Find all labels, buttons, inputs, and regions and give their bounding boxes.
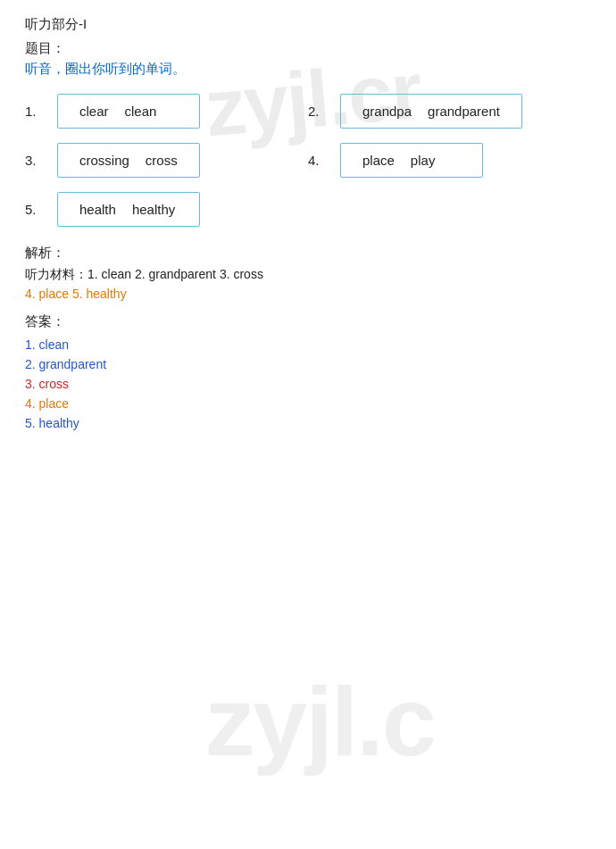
q-num-3: 3. [25,153,57,168]
word-1b: clean [125,104,157,119]
word-box-4: place play [340,143,483,178]
listening-material-line2: 4. place 5. healthy [25,287,591,301]
word-3b: cross [146,153,178,168]
answer-1: 1. clean [25,337,591,352]
answer-5: 5. healthy [25,416,591,430]
word-5b: healthy [132,202,175,217]
analysis-section: 解析： 听力材料：1. clean 2. grandparent 3. cros… [25,245,591,430]
answer-3: 3. cross [25,377,591,391]
question-item-2: 2. grandpa grandparent [308,94,591,129]
question-row-3-4: 3. crossing cross 4. place play [25,143,591,178]
question-item-4: 4. place play [308,143,591,178]
analysis-title: 解析： [25,245,591,262]
listening-material-line1: 听力材料：1. clean 2. grandparent 3. cross [25,267,591,283]
section-title: 听力部分-I [25,16,591,33]
word-1a: clear [79,104,109,119]
question-row-1-2: 1. clear clean 2. grandpa grandparent [25,94,591,129]
question-item-3: 3. crossing cross [25,143,308,178]
word-4a: place [362,153,395,168]
question-label: 题目： [25,40,591,57]
word-5a: health [79,202,116,217]
question-item-5: 5. health healthy [25,192,308,227]
word-2a: grandpa [362,104,412,119]
questions-grid: 1. clear clean 2. grandpa grandparent 3.… [25,94,591,227]
word-box-3: crossing cross [57,143,200,178]
q-num-2: 2. [308,104,340,119]
word-2b: grandparent [428,104,500,119]
answer-2: 2. grandparent [25,357,591,371]
listening-material-text: 1. clean 2. grandparent 3. cross [87,267,263,281]
word-box-1: clear clean [57,94,200,129]
answer-title: 答案： [25,313,591,330]
word-4b: play [411,153,436,168]
listening-material-label: 听力材料： [25,267,87,281]
q-num-5: 5. [25,202,57,217]
word-box-5: health healthy [57,192,200,227]
q-num-1: 1. [25,104,57,119]
question-row-5: 5. health healthy [25,192,591,227]
q-num-4: 4. [308,153,340,168]
word-3a: crossing [79,153,129,168]
answer-4: 4. place [25,396,591,411]
word-box-2: grandpa grandparent [340,94,522,129]
instruction: 听音，圈出你听到的单词。 [25,61,591,78]
question-item-1: 1. clear clean [25,94,308,129]
watermark-bottom: zyjl.c [205,664,435,778]
